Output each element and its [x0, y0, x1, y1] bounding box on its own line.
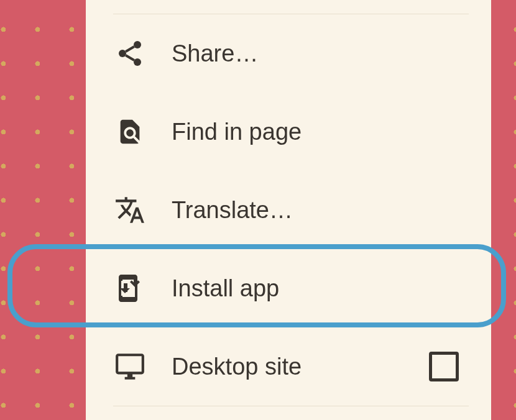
svg-point-1 [119, 50, 126, 57]
svg-point-0 [134, 41, 141, 48]
menu-divider-bottom [113, 406, 469, 406]
menu-item-share[interactable]: Share… [86, 14, 491, 93]
menu-item-translate-label: Translate… [172, 197, 491, 224]
browser-menu-panel: Share… Find in page Translate… [86, 0, 491, 420]
menu-item-desktop-site[interactable]: Desktop site [86, 327, 491, 406]
menu-item-install-label: Install app [172, 275, 491, 302]
share-icon [113, 37, 147, 70]
install-app-icon [113, 272, 147, 305]
desktop-icon [113, 350, 147, 383]
desktop-site-checkbox[interactable] [429, 352, 459, 381]
svg-point-2 [134, 58, 141, 66]
menu-item-install-app[interactable]: Install app [86, 249, 491, 327]
menu-item-desktop-label: Desktop site [172, 354, 429, 380]
translate-icon [113, 193, 147, 227]
menu-item-find-in-page[interactable]: Find in page [86, 93, 491, 171]
find-in-page-icon [113, 115, 147, 148]
menu-item-share-label: Share… [172, 40, 491, 67]
menu-item-translate[interactable]: Translate… [86, 171, 491, 249]
menu-item-find-label: Find in page [172, 119, 491, 145]
